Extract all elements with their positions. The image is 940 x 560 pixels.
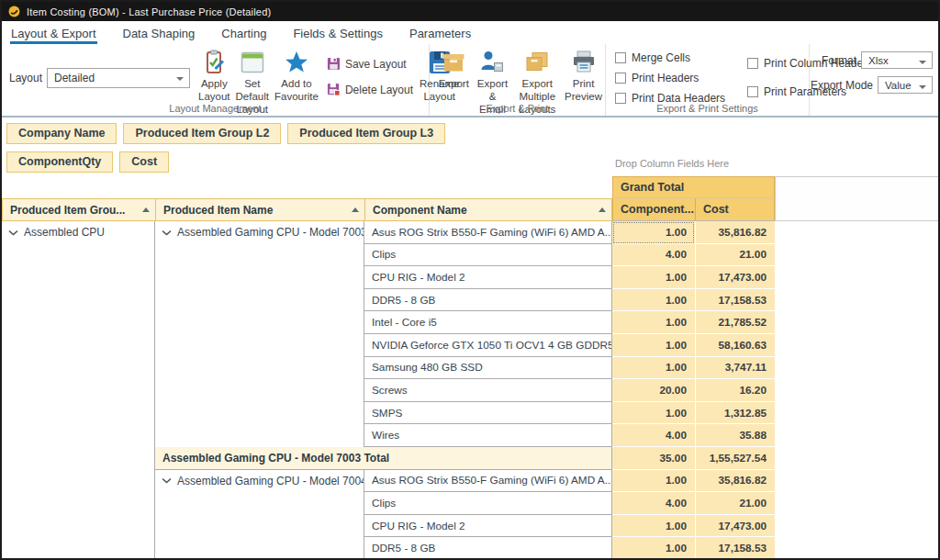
cost-cell[interactable]: 58,160.63 xyxy=(695,334,775,357)
collapse-chevron-icon[interactable] xyxy=(8,230,18,236)
group-label-layout-management: Layout Management xyxy=(2,103,429,114)
component-name-cell[interactable]: Screws xyxy=(364,379,612,402)
sort-asc-icon xyxy=(599,207,606,212)
item-cell-model-7003[interactable]: Assembled Gaming CPU - Model 7003 xyxy=(155,221,364,447)
tab-fields-settings[interactable]: Fields & Settings xyxy=(292,24,384,44)
export-mode-dropdown[interactable]: Value xyxy=(878,76,933,94)
cost-cell[interactable]: 21.00 xyxy=(695,244,775,267)
cost-cell[interactable]: 1,312.85 xyxy=(695,402,775,425)
qty-cell-selected[interactable]: 1.00 xyxy=(612,221,695,244)
tab-parameters[interactable]: Parameters xyxy=(408,24,472,44)
apply-layout-button[interactable]: Apply Layout xyxy=(198,50,230,104)
ribbon-tab-bar: Layout & Export Data Shaping Charting Fi… xyxy=(2,21,938,44)
qty-cell[interactable]: 1.00 xyxy=(612,515,695,538)
qty-cell[interactable]: 1.00 xyxy=(612,402,695,425)
component-name-cell[interactable]: Samsung 480 GB SSD xyxy=(364,357,612,380)
row-header-component-name[interactable]: Component Name xyxy=(364,198,612,221)
cost-cell[interactable]: 17,473.00 xyxy=(695,266,775,289)
tab-charting[interactable]: Charting xyxy=(220,24,267,44)
print-headers-checkbox[interactable]: Print Headers xyxy=(615,72,725,84)
delete-layout-icon xyxy=(327,83,341,96)
empty-column-area xyxy=(775,176,940,221)
item-cell-model-7004[interactable]: Assembled Gaming CPU - Model 7004 xyxy=(155,470,364,560)
tab-data-shaping[interactable]: Data Shaping xyxy=(122,24,196,44)
qty-cell[interactable]: 1.00 xyxy=(612,357,695,380)
qty-cell[interactable]: 1.00 xyxy=(612,311,695,334)
add-to-favourite-button[interactable]: Add to Favourite xyxy=(274,50,319,104)
app-logo-icon xyxy=(8,6,20,17)
column-header-componentqty[interactable]: Component... xyxy=(612,198,695,221)
qty-cell[interactable]: 1.00 xyxy=(612,537,695,560)
total-qty-cell[interactable]: 35.00 xyxy=(612,447,695,470)
delete-layout-button[interactable]: Delete Layout xyxy=(327,83,413,96)
save-layout-button[interactable]: Save Layout xyxy=(327,57,413,71)
component-name-cell[interactable]: Wires xyxy=(364,424,612,447)
print-preview-button[interactable]: Print Preview xyxy=(565,50,602,104)
favourite-star-icon xyxy=(284,50,309,75)
qty-cell[interactable]: 1.00 xyxy=(612,470,695,493)
row-header-produced-item-name[interactable]: Produced Item Name xyxy=(155,198,364,221)
component-name-cell[interactable]: DDR5 - 8 GB xyxy=(364,289,612,312)
tab-layout-export[interactable]: Layout & Export xyxy=(10,24,97,44)
qty-cell[interactable]: 4.00 xyxy=(612,424,695,447)
sort-asc-icon xyxy=(142,207,150,212)
print-preview-label: Print Preview xyxy=(565,78,602,104)
component-name-cell[interactable]: Intel - Core i5 xyxy=(364,311,612,334)
cost-cell[interactable]: 3,747.11 xyxy=(695,357,775,380)
delete-layout-label: Delete Layout xyxy=(345,84,413,96)
row-header-produced-item-group[interactable]: Produced Item Grou... xyxy=(2,198,155,221)
cost-cell[interactable]: 21,785.52 xyxy=(695,311,775,334)
component-name-cell[interactable]: Asus ROG Strix B550-F Gaming (WiFi 6) AM… xyxy=(364,221,612,244)
component-name-cell[interactable]: Clips xyxy=(364,244,612,267)
cost-cell[interactable]: 21.00 xyxy=(695,492,775,515)
qty-cell[interactable]: 4.00 xyxy=(612,244,695,267)
grand-total-header[interactable]: Grand Total xyxy=(612,176,775,198)
checkbox-icon xyxy=(615,73,626,84)
group-label-export-print: Export & Print xyxy=(430,103,605,114)
component-name-cell[interactable]: Clips xyxy=(364,492,612,515)
qty-cell[interactable]: 1.00 xyxy=(612,289,695,312)
cost-cell[interactable]: 17,158.53 xyxy=(695,537,775,560)
app-window: Item Costing (BOM) - Last Purchase Price… xyxy=(0,0,940,560)
cost-cell[interactable]: 35,816.82 xyxy=(695,221,775,244)
add-to-favourite-label: Add to Favourite xyxy=(274,78,319,104)
table-row: Assembled CPU Assembled Gaming CPU - Mod… xyxy=(2,221,940,244)
field-chip-produced-item-group-l3[interactable]: Produced Item Group L3 xyxy=(287,123,445,144)
export-button[interactable]: Export xyxy=(438,50,470,91)
format-label: Format xyxy=(822,54,856,67)
cost-cell[interactable]: 35.88 xyxy=(695,424,775,447)
collapse-chevron-icon[interactable] xyxy=(162,230,172,236)
checkbox-icon xyxy=(747,86,758,97)
component-name-cell[interactable]: Asus ROG Strix B550-F Gaming (WiFi 6) AM… xyxy=(364,470,612,493)
component-name-cell[interactable]: CPU RIG - Model 2 xyxy=(364,515,612,538)
cost-cell[interactable]: 17,158.53 xyxy=(695,289,775,312)
column-header-cost[interactable]: Cost xyxy=(695,198,775,221)
component-name-cell[interactable]: SMPS xyxy=(364,402,612,425)
window-title: Item Costing (BOM) - Last Purchase Price… xyxy=(27,6,271,17)
component-name-cell[interactable]: NVIDIA Geforce GTX 1050 Ti OCV1 4 GB GDD… xyxy=(364,334,612,357)
total-label-cell[interactable]: Assembled Gaming CPU - Model 7003 Total xyxy=(155,447,612,470)
group-cell-assembled-cpu[interactable]: Assembled CPU xyxy=(2,221,155,560)
field-chip-componentqty[interactable]: ComponentQty xyxy=(6,151,113,173)
component-name-cell[interactable]: DDR5 - 8 GB xyxy=(364,537,612,560)
field-chip-company-name[interactable]: Company Name xyxy=(6,123,117,144)
merge-cells-checkbox[interactable]: Merge Cells xyxy=(615,51,725,64)
field-chip-produced-item-group-l2[interactable]: Produced Item Group L2 xyxy=(123,123,281,144)
cost-cell[interactable]: 35,816.82 xyxy=(695,470,775,493)
pivot-grid: Grand Total Produced Item Grou... Produc… xyxy=(2,176,940,560)
apply-layout-icon xyxy=(201,50,227,75)
collapse-chevron-icon[interactable] xyxy=(162,477,172,484)
qty-cell[interactable]: 4.00 xyxy=(612,492,695,515)
qty-cell[interactable]: 1.00 xyxy=(612,334,695,357)
component-name-cell[interactable]: CPU RIG - Model 2 xyxy=(364,266,612,289)
format-dropdown-value: Xlsx xyxy=(868,55,889,66)
layout-dropdown[interactable]: Detailed xyxy=(47,68,190,88)
group-export-print: Export Export & Email Export Multiple La… xyxy=(430,44,606,116)
total-cost-cell[interactable]: 1,55,527.54 xyxy=(695,447,775,470)
qty-cell[interactable]: 1.00 xyxy=(612,266,695,289)
qty-cell[interactable]: 20.00 xyxy=(612,379,695,402)
field-chip-cost[interactable]: Cost xyxy=(119,151,169,173)
cost-cell[interactable]: 16.20 xyxy=(695,379,775,402)
cost-cell[interactable]: 17,473.00 xyxy=(695,515,775,538)
format-dropdown[interactable]: Xlsx xyxy=(861,51,933,69)
